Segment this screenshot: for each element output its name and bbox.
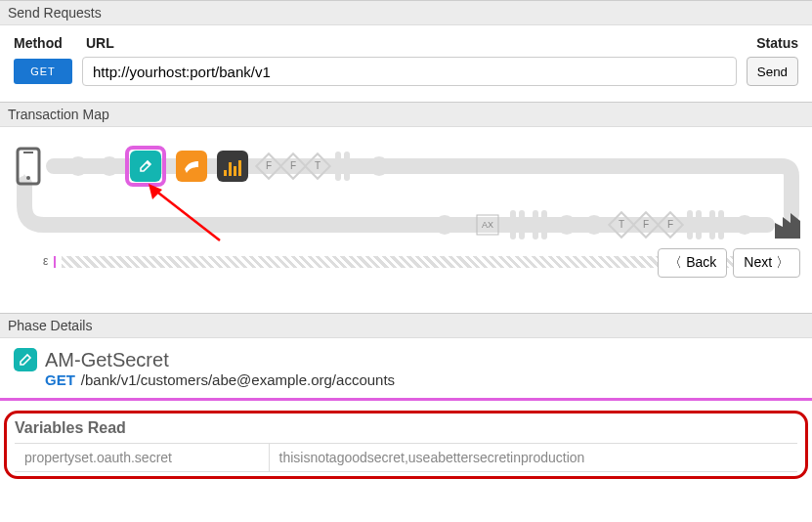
svg-rect-3 xyxy=(335,152,341,181)
ribbon-icon xyxy=(183,157,200,175)
transaction-map-header: Transaction Map xyxy=(0,103,812,127)
url-input[interactable] xyxy=(82,57,737,86)
transaction-map: F F T AX T F F xyxy=(0,127,812,313)
policy-node-3[interactable] xyxy=(217,151,248,182)
svg-rect-29 xyxy=(709,210,715,239)
svg-point-1 xyxy=(68,156,88,176)
svg-text:T: T xyxy=(315,160,321,171)
back-button[interactable]: 〈 Back xyxy=(658,248,727,278)
svg-rect-18 xyxy=(541,210,547,239)
variable-row: propertyset.oauth.secret thisisnotagoods… xyxy=(15,444,797,472)
next-button[interactable]: Next 〉 xyxy=(733,248,800,278)
send-requests-header: Send Requests xyxy=(0,1,812,25)
phase-method: GET xyxy=(45,371,75,388)
svg-point-2 xyxy=(100,156,119,176)
phase-icon xyxy=(14,348,37,371)
svg-point-33 xyxy=(26,176,30,180)
svg-rect-30 xyxy=(718,210,724,239)
svg-text:AX: AX xyxy=(482,220,493,230)
svg-rect-28 xyxy=(696,210,702,239)
svg-point-31 xyxy=(735,215,754,235)
svg-text:T: T xyxy=(619,219,624,230)
highlight-separator xyxy=(0,398,812,401)
url-label: URL xyxy=(86,35,726,51)
variable-key: propertyset.oauth.secret xyxy=(15,444,269,472)
svg-rect-34 xyxy=(23,152,33,153)
svg-text:F: F xyxy=(290,160,296,171)
svg-point-19 xyxy=(557,215,577,235)
phase-name: AM-GetSecret xyxy=(45,349,169,371)
svg-rect-17 xyxy=(533,210,538,239)
policy-node-selected[interactable] xyxy=(125,146,166,187)
svg-point-5 xyxy=(369,156,389,176)
phase-details-header: Phase Details xyxy=(0,314,812,338)
status-label: Status xyxy=(740,35,798,51)
phase-path: /bank/v1/customers/abe@example.org/accou… xyxy=(81,371,395,388)
svg-text:F: F xyxy=(266,160,272,171)
svg-rect-15 xyxy=(510,210,516,239)
svg-rect-27 xyxy=(687,210,693,239)
svg-rect-4 xyxy=(344,152,350,181)
svg-text:F: F xyxy=(667,219,673,230)
svg-point-20 xyxy=(584,215,604,235)
send-button[interactable]: Send xyxy=(747,57,798,86)
variables-read-heading: Variables Read xyxy=(15,419,797,437)
svg-text:F: F xyxy=(643,219,649,230)
method-button[interactable]: GET xyxy=(14,59,72,84)
variable-value: thisisnotagoodsecret,useabettersecretinp… xyxy=(269,444,797,472)
policy-node-2[interactable] xyxy=(176,151,207,182)
edit-policy-icon xyxy=(130,151,161,182)
variables-read-box: Variables Read propertyset.oauth.secret … xyxy=(4,411,808,479)
method-label: Method xyxy=(14,35,72,51)
svg-point-12 xyxy=(435,215,454,235)
svg-rect-16 xyxy=(519,210,525,239)
